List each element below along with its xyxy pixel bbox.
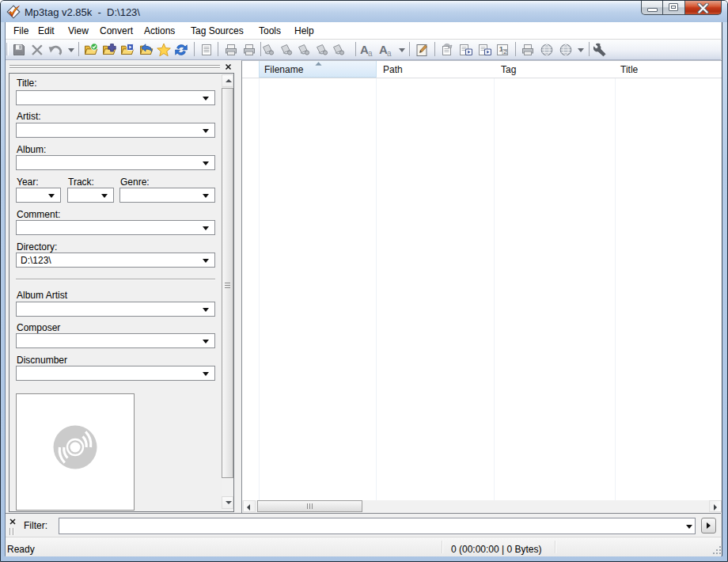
svg-text:2: 2 bbox=[503, 48, 507, 55]
svg-text:a: a bbox=[368, 49, 373, 58]
svg-text:a: a bbox=[387, 49, 392, 58]
